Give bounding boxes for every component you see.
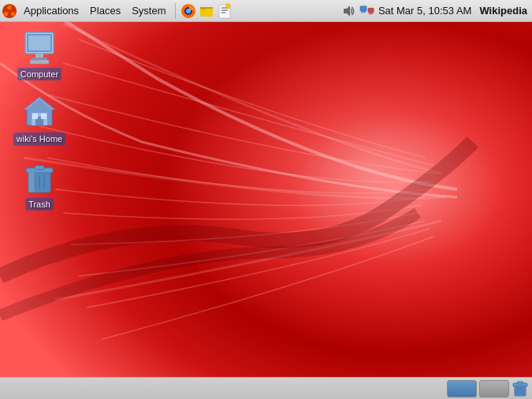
svg-rect-28 <box>32 58 47 60</box>
svg-rect-45 <box>517 382 523 384</box>
bottom-trash-icon[interactable] <box>512 380 529 397</box>
svg-rect-34 <box>41 114 47 119</box>
system-menu[interactable]: System <box>127 3 170 18</box>
clock[interactable]: Sat Mar 5, 10:53 AM <box>378 5 472 17</box>
svg-point-3 <box>7 5 11 9</box>
desktop-icons: Computer wiki's Home <box>8 28 71 211</box>
svg-rect-10 <box>200 9 213 17</box>
quicklaunch <box>175 3 233 19</box>
svg-point-5 <box>11 11 15 15</box>
top-panel: Applications Places System <box>0 0 532 22</box>
firefox-icon[interactable] <box>180 3 196 19</box>
svg-rect-1 <box>0 0 532 377</box>
svg-point-4 <box>4 11 8 15</box>
svg-rect-33 <box>32 114 38 119</box>
wikipedia-link[interactable]: Wikipedia <box>479 5 527 17</box>
svg-rect-22 <box>370 12 373 13</box>
home-label: wiki's Home <box>13 132 65 145</box>
trash-label: Trash <box>25 198 54 211</box>
network-icon[interactable] <box>359 3 375 19</box>
panel-right: Sat Mar 5, 10:53 AM Wikipedia <box>340 3 532 19</box>
svg-rect-23 <box>369 13 373 14</box>
svg-rect-18 <box>360 6 366 10</box>
applications-menu[interactable]: Applications <box>19 3 84 18</box>
workspace-switcher-1[interactable] <box>447 380 477 397</box>
svg-rect-0 <box>0 0 532 377</box>
bottom-panel <box>0 377 532 399</box>
svg-rect-42 <box>28 172 35 192</box>
svg-rect-29 <box>30 60 49 64</box>
distro-icon[interactable] <box>2 3 17 19</box>
home-icon[interactable]: wiki's Home <box>8 92 71 145</box>
svg-rect-19 <box>362 11 366 12</box>
svg-rect-16 <box>226 3 231 8</box>
desktop: Applications Places System <box>0 0 532 399</box>
texteditor-icon[interactable] <box>217 3 233 19</box>
svg-rect-26 <box>28 35 50 50</box>
svg-marker-17 <box>344 6 350 17</box>
filemanager-icon[interactable] <box>199 3 214 19</box>
svg-rect-20 <box>361 12 366 13</box>
sound-icon[interactable] <box>340 3 356 19</box>
trash-icon[interactable]: Trash <box>8 158 71 211</box>
workspace-switcher-2[interactable] <box>479 380 509 397</box>
places-menu[interactable]: Places <box>85 3 125 18</box>
svg-rect-11 <box>200 7 206 9</box>
svg-rect-27 <box>35 54 43 58</box>
svg-rect-38 <box>35 166 44 170</box>
computer-icon[interactable]: Computer <box>8 28 71 80</box>
panel-left: Applications Places System <box>0 3 233 19</box>
computer-label: Computer <box>17 68 61 80</box>
svg-rect-21 <box>368 8 374 12</box>
